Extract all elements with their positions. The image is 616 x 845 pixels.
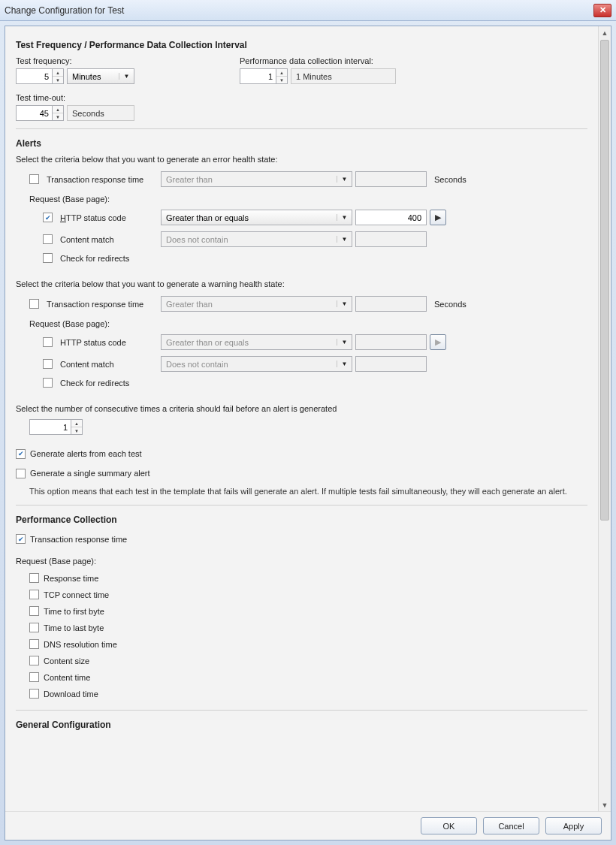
error-request-heading: Request (Base page): xyxy=(16,195,587,204)
cancel-label: Cancel xyxy=(498,822,524,831)
error-http-checkbox[interactable]: ✔ xyxy=(43,213,53,222)
error-redirect-label: Check for redirects xyxy=(60,254,129,263)
warning-content-value-input xyxy=(355,356,427,372)
generate-each-label: Generate alerts from each test xyxy=(30,449,142,458)
chevron-down-icon: ▼ xyxy=(119,73,131,80)
perf-tcp-label: TCP connect time xyxy=(44,590,109,599)
chevron-down-icon: ▼ xyxy=(337,339,349,346)
warning-redirect-checkbox[interactable] xyxy=(43,378,53,388)
error-trt-operator-combo: Greater than ▼ xyxy=(161,171,352,187)
warning-trt-checkbox[interactable] xyxy=(29,299,39,309)
scroll-up-icon[interactable]: ▲ xyxy=(599,26,611,39)
error-content-operator: Does not contain xyxy=(166,235,228,244)
error-http-operator: Greater than or equals xyxy=(166,213,249,222)
timeout-label: Test time-out: xyxy=(16,93,587,102)
perf-response-checkbox[interactable] xyxy=(29,573,39,583)
warning-http-label: HTTP status code xyxy=(60,338,158,347)
test-frequency-label: Test frequency: xyxy=(16,56,134,65)
warning-trt-label: Transaction response time xyxy=(47,300,158,309)
warning-content-checkbox[interactable] xyxy=(43,359,53,369)
perf-trt-checkbox[interactable]: ✔ xyxy=(16,534,26,544)
divider xyxy=(16,710,587,711)
error-redirect-checkbox[interactable] xyxy=(43,253,53,263)
warning-trt-value-input xyxy=(355,296,427,312)
perf-ctime-checkbox[interactable] xyxy=(29,672,39,682)
perf-interval-spinner[interactable]: ▲▼ xyxy=(240,68,288,84)
perf-ttlb-checkbox[interactable] xyxy=(29,623,39,632)
spinner-up-icon[interactable]: ▲ xyxy=(71,420,82,427)
consecutive-spinner[interactable]: ▲▼ xyxy=(29,419,83,435)
warning-content-operator-combo: Does not contain ▼ xyxy=(161,356,352,372)
perf-ttlb-label: Time to last byte xyxy=(44,623,104,632)
warning-http-operator: Greater than or equals xyxy=(166,338,249,347)
perf-dns-checkbox[interactable] xyxy=(29,639,39,649)
spinner-down-icon[interactable]: ▼ xyxy=(53,113,63,120)
timeout-input[interactable] xyxy=(16,105,52,121)
perf-tcp-checkbox[interactable] xyxy=(29,590,39,599)
perf-interval-display: 1 Minutes xyxy=(291,68,396,84)
test-frequency-unit: Minutes xyxy=(72,72,101,81)
close-button[interactable]: ✕ xyxy=(593,4,611,17)
perf-csize-checkbox[interactable] xyxy=(29,656,39,665)
scroll-down-icon[interactable]: ▼ xyxy=(599,798,611,811)
close-icon: ✕ xyxy=(599,5,606,15)
perf-interval-label: Performance data collection interval: xyxy=(240,56,396,65)
warning-trt-operator: Greater than xyxy=(166,300,213,309)
spinner-down-icon[interactable]: ▼ xyxy=(53,77,63,83)
consecutive-input[interactable] xyxy=(29,419,71,435)
alerts-warning-intro: Select the criteria below that you want … xyxy=(16,279,587,288)
generate-description: This option means that each test in the … xyxy=(16,486,572,497)
section-general-heading: General Configuration xyxy=(16,720,587,730)
section-perf-heading: Performance Collection xyxy=(16,515,587,525)
warning-trt-operator-combo: Greater than ▼ xyxy=(161,296,352,312)
scroll-thumb[interactable] xyxy=(600,40,609,521)
content-area: Test Frequency / Performance Data Collec… xyxy=(5,26,598,811)
test-frequency-unit-combo[interactable]: Minutes ▼ xyxy=(67,68,134,84)
warning-trt-unit: Seconds xyxy=(434,300,467,309)
chevron-down-icon: ▼ xyxy=(337,214,349,221)
vertical-scrollbar[interactable]: ▲ ▼ xyxy=(598,26,611,811)
warning-content-label: Content match xyxy=(60,360,158,369)
ok-button[interactable]: OK xyxy=(421,817,477,834)
error-content-checkbox[interactable] xyxy=(43,234,53,244)
error-http-value-input[interactable] xyxy=(355,210,427,225)
generate-single-checkbox[interactable] xyxy=(16,469,26,478)
section-test-frequency-heading: Test Frequency / Performance Data Collec… xyxy=(16,40,587,50)
chevron-down-icon: ▼ xyxy=(337,300,349,307)
button-bar: OK Cancel Apply xyxy=(5,811,611,840)
section-alerts-heading: Alerts xyxy=(16,138,587,149)
warning-content-operator: Does not contain xyxy=(166,360,228,369)
perf-ttfb-label: Time to first byte xyxy=(44,607,104,616)
timeout-unit: Seconds xyxy=(67,105,134,121)
perf-ttfb-checkbox[interactable] xyxy=(29,606,39,616)
spinner-up-icon[interactable]: ▲ xyxy=(276,69,287,77)
divider xyxy=(16,128,587,129)
spinner-down-icon[interactable]: ▼ xyxy=(276,77,287,83)
apply-button[interactable]: Apply xyxy=(545,817,602,834)
perf-csize-label: Content size xyxy=(44,656,89,665)
error-http-operator-combo[interactable]: Greater than or equals ▼ xyxy=(161,210,352,225)
perf-interval-input[interactable] xyxy=(240,68,276,84)
chevron-down-icon: ▼ xyxy=(337,176,349,183)
test-frequency-input[interactable] xyxy=(16,68,52,84)
perf-download-checkbox[interactable] xyxy=(29,689,39,699)
error-trt-value-input xyxy=(355,171,427,187)
perf-ctime-label: Content time xyxy=(44,673,90,682)
cancel-button[interactable]: Cancel xyxy=(483,817,539,834)
perf-download-label: Download time xyxy=(44,690,98,699)
timeout-spinner[interactable]: ▲▼ xyxy=(16,105,64,121)
test-frequency-spinner[interactable]: ▲▼ xyxy=(16,68,64,84)
spinner-up-icon[interactable]: ▲ xyxy=(53,106,63,113)
perf-response-label: Response time xyxy=(44,574,98,583)
error-trt-operator: Greater than xyxy=(166,175,213,184)
spinner-down-icon[interactable]: ▼ xyxy=(71,427,82,434)
error-trt-checkbox[interactable] xyxy=(29,174,39,184)
generate-single-label: Generate a single summary alert xyxy=(30,469,150,478)
titlebar: Change Configuration for Test ✕ xyxy=(0,0,616,21)
warning-http-checkbox[interactable] xyxy=(43,337,53,347)
error-http-play-button[interactable]: ▶ xyxy=(430,210,446,225)
generate-each-checkbox[interactable]: ✔ xyxy=(16,449,26,459)
spinner-up-icon[interactable]: ▲ xyxy=(53,69,63,77)
alerts-error-intro: Select the criteria below that you want … xyxy=(16,155,587,164)
error-trt-label: Transaction response time xyxy=(47,175,158,184)
